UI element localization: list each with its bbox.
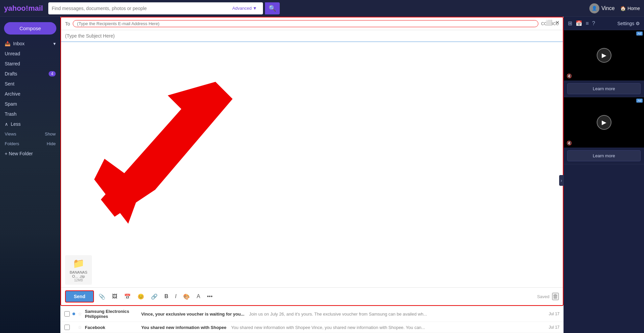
email-checkbox[interactable]: [64, 325, 70, 330]
grid-icon[interactable]: ⊞: [568, 20, 572, 26]
sidebar-item-starred[interactable]: Starred: [0, 59, 60, 69]
sidebar-folders-section: Folders Hide: [0, 139, 60, 149]
ad-learn-more-button-1[interactable]: Learn more: [567, 83, 641, 94]
home-link[interactable]: 🏠 Home: [620, 6, 640, 11]
sidebar-item-archive[interactable]: Archive: [0, 89, 60, 99]
svg-marker-0: [101, 82, 232, 216]
logo-text: yahoo!: [4, 4, 28, 12]
unread-dot: [72, 313, 75, 315]
search-input[interactable]: [52, 6, 232, 11]
to-input[interactable]: [73, 20, 539, 27]
red-arrow-annotation: [74, 62, 242, 230]
drafts-label: Drafts: [5, 71, 17, 76]
list-icon[interactable]: ≡: [586, 20, 589, 26]
calendar-icon[interactable]: 📅: [576, 20, 582, 26]
search-button[interactable]: 🔍: [265, 2, 280, 14]
folders-label: Folders: [5, 141, 19, 146]
attachment-size: 12MB: [74, 278, 83, 282]
ad-video-2: Ad ▶ 🔇: [564, 97, 644, 148]
advanced-button[interactable]: Advanced ▼: [232, 6, 257, 11]
email-sender: Facebook: [85, 325, 139, 330]
ad-learn-more-button-2[interactable]: Learn more: [567, 150, 641, 161]
bold-button[interactable]: B: [162, 292, 170, 301]
close-button[interactable]: ✕: [555, 19, 559, 26]
unread-label: Unread: [5, 51, 20, 56]
star-icon[interactable]: ☆: [78, 325, 82, 330]
minimize-button[interactable]: ⬜: [546, 19, 552, 26]
ad-marker: Ad: [636, 32, 643, 36]
compose-body[interactable]: [61, 42, 563, 253]
email-preview: Join us on July 26, and it's yours. The …: [249, 312, 546, 317]
less-label: Less: [11, 121, 21, 127]
email-row[interactable]: ☆ Samsung Electronics Philippines Vince,…: [60, 306, 564, 322]
sidebar-item-new-folder[interactable]: + New Folder: [0, 149, 60, 159]
ad-play-button-2[interactable]: ▶: [597, 115, 611, 130]
emoji-button[interactable]: 😊: [136, 292, 146, 301]
link-button[interactable]: 🔗: [149, 292, 160, 301]
avatar-icon: 👤: [592, 6, 597, 11]
attachment-area: 📁 BANANASO... .zip 12MB: [61, 253, 563, 287]
header-right: 👤 Vince 🏠 Home: [589, 3, 640, 13]
archive-label: Archive: [5, 91, 20, 97]
compose-button[interactable]: Compose: [4, 22, 56, 35]
user-name: Vince: [601, 5, 615, 11]
expand-panel-button[interactable]: ›: [559, 175, 564, 186]
more-options-button[interactable]: •••: [205, 292, 215, 301]
folders-hide-button[interactable]: Hide: [47, 141, 56, 146]
compose-toolbar: Send 📎 🖼 📅 😊 🔗 B I 🎨 A ••• Saved 🗑: [61, 287, 563, 305]
ad-panel-2: Ad ▶ 🔇 Learn more: [564, 97, 644, 164]
font-size-button[interactable]: A: [195, 292, 202, 301]
ad-play-button-1[interactable]: ▶: [597, 48, 611, 63]
compose-window: To CC / BCC ⬜ ✕: [60, 17, 564, 306]
search-icon: 🔍: [269, 5, 276, 12]
compose-window-controls: ⬜ ✕: [546, 19, 559, 26]
attach-button[interactable]: 📎: [97, 292, 107, 301]
user-profile[interactable]: 👤 Vince: [589, 3, 615, 13]
help-icon[interactable]: ?: [592, 20, 595, 26]
panel-icons: ⊞ 📅 ≡ ?: [568, 20, 595, 26]
logo: yahoo!mail: [4, 4, 43, 13]
email-sender: Samsung Electronics Philippines: [85, 309, 139, 319]
spam-label: Spam: [5, 101, 17, 107]
calendar-button[interactable]: 📅: [122, 292, 133, 301]
email-row[interactable]: ☆ Facebook You shared new information wi…: [60, 322, 564, 333]
sidebar-item-spam[interactable]: Spam: [0, 99, 60, 109]
email-date: Jul 17: [549, 312, 559, 316]
inbox-label: Inbox: [13, 41, 24, 46]
mute-icon[interactable]: 🔇: [567, 73, 572, 78]
email-preview: You shared new information with Shopee V…: [231, 325, 546, 330]
compose-to-row: To CC / BCC ⬜ ✕: [61, 17, 563, 30]
sidebar-item-less[interactable]: ∧ Less: [0, 119, 60, 129]
star-icon[interactable]: ☆: [78, 311, 82, 317]
email-date: Jul 17: [549, 325, 559, 330]
italic-button[interactable]: I: [173, 292, 178, 301]
email-list: ☆ Samsung Electronics Philippines Vince,…: [60, 306, 564, 333]
attachment-name: BANANASO... .zip: [68, 270, 89, 278]
trash-label: Trash: [5, 111, 16, 117]
to-label: To: [65, 21, 70, 26]
mute-icon-2[interactable]: 🔇: [567, 141, 572, 146]
delete-button[interactable]: 🗑: [552, 293, 559, 300]
content-area: To CC / BCC ⬜ ✕: [60, 17, 564, 333]
attachment-item[interactable]: 📁 BANANASO... .zip 12MB: [65, 255, 92, 285]
email-subject: You shared new information with Shopee: [141, 325, 226, 330]
drafts-badge: 4: [49, 71, 56, 76]
sidebar: Compose 📥 Inbox ▾ Unread Starred Drafts …: [0, 17, 60, 333]
sidebar-item-drafts[interactable]: Drafts 4: [0, 69, 60, 79]
color-button[interactable]: 🎨: [181, 292, 192, 301]
search-bar: Advanced ▼: [48, 2, 263, 14]
image-button[interactable]: 🖼: [110, 292, 119, 301]
settings-label[interactable]: Settings ⚙: [618, 21, 640, 26]
email-checkbox[interactable]: [64, 311, 70, 317]
views-show-button[interactable]: Show: [45, 131, 56, 136]
sidebar-item-trash[interactable]: Trash: [0, 109, 60, 119]
inbox-icon: 📥: [5, 41, 10, 46]
sidebar-item-sent[interactable]: Sent: [0, 79, 60, 89]
send-button[interactable]: Send: [65, 290, 94, 302]
sidebar-views-section: Views Show: [0, 129, 60, 139]
subject-input[interactable]: [65, 33, 559, 39]
sidebar-item-inbox[interactable]: 📥 Inbox ▾: [0, 39, 60, 49]
home-label: Home: [628, 6, 640, 11]
right-panel-toolbar: ⊞ 📅 ≡ ? Settings ⚙: [564, 17, 644, 30]
sidebar-item-unread[interactable]: Unread: [0, 49, 60, 59]
